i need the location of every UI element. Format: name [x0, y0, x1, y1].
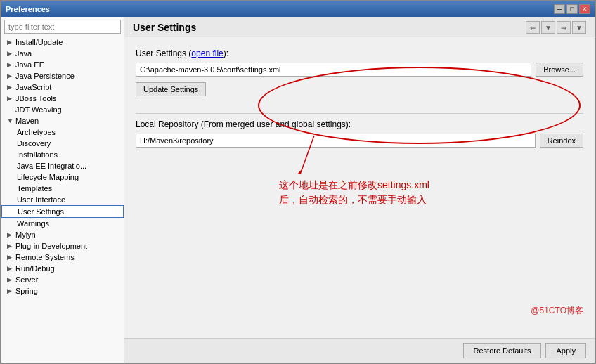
- sidebar-item-label: User Interface: [17, 195, 65, 204]
- sidebar-item-user-interface[interactable]: User Interface: [1, 194, 124, 205]
- annotation-arrow-svg: [293, 136, 328, 178]
- sidebar-item-label: Java EE Integratio...: [17, 162, 86, 170]
- svg-line-0: [300, 136, 314, 174]
- panel-header: User Settings ⇐ ▼ ⇒ ▼: [124, 17, 595, 37]
- update-settings-button[interactable]: Update Settings: [136, 82, 206, 96]
- sidebar-item-javascript[interactable]: ▶ JavaScript: [1, 82, 124, 93]
- sidebar-item-label: Mylyn: [15, 230, 36, 239]
- sidebar-item-label: JDT Weaving: [15, 105, 62, 114]
- forward-dropdown-icon: ▼: [576, 24, 583, 32]
- arrow-icon: ▶: [7, 242, 14, 249]
- window-controls: ─ □ ✕: [554, 4, 590, 14]
- annotation-container: 这个地址是在之前修改settings.xml 后，自动检索的，不需要手动输入: [279, 178, 429, 207]
- local-repo-path-row: Reindex: [136, 134, 583, 148]
- sidebar-item-user-settings[interactable]: User Settings: [1, 205, 124, 218]
- sidebar-item-label: Remote Systems: [15, 253, 74, 261]
- sidebar-item-label: JavaScript: [15, 83, 51, 91]
- sidebar-item-mylyn[interactable]: ▶ Mylyn: [1, 229, 124, 240]
- arrow-icon: ▶: [7, 287, 14, 294]
- filter-input[interactable]: [4, 20, 121, 34]
- arrow-icon: ▼: [7, 117, 14, 124]
- sidebar-item-server[interactable]: ▶ Server: [1, 274, 124, 285]
- main-panel: User Settings ⇐ ▼ ⇒ ▼: [124, 17, 595, 363]
- sidebar-item-java-persistence[interactable]: ▶ Java Persistence: [1, 70, 124, 82]
- nav-buttons: ⇐ ▼ ⇒ ▼: [526, 21, 586, 34]
- sidebar-item-plugin-development[interactable]: ▶ Plug-in Development: [1, 240, 124, 252]
- apply-button[interactable]: Apply: [545, 343, 586, 358]
- content-area: ▶ Install/Update ▶ Java ▶ Java EE ▶ Java…: [1, 17, 595, 363]
- sidebar-item-label: Java EE: [15, 60, 44, 69]
- panel-content: User Settings (open file): Browse... Upd…: [124, 37, 595, 338]
- sidebar-item-label: Maven: [15, 117, 39, 125]
- watermark: @51CTO博客: [531, 305, 583, 317]
- section-separator: [136, 113, 583, 114]
- browse-button[interactable]: Browse...: [536, 63, 583, 77]
- local-repo-label: Local Repository (From merged user and g…: [136, 119, 583, 129]
- panel-title: User Settings: [133, 22, 196, 33]
- dropdown-icon: ▼: [545, 24, 552, 32]
- sidebar-item-label: Plug-in Development: [15, 242, 87, 250]
- sidebar-item-label: Lifecycle Mapping: [17, 173, 79, 181]
- sidebar-item-install-update[interactable]: ▶ Install/Update: [1, 37, 124, 48]
- close-button[interactable]: ✕: [579, 4, 590, 14]
- sidebar-item-java-ee[interactable]: ▶ Java EE: [1, 59, 124, 70]
- arrow-icon: ▶: [7, 276, 14, 283]
- sidebar-item-warnings[interactable]: Warnings: [1, 218, 124, 229]
- user-settings-label-text: User Settings (: [136, 48, 191, 58]
- back-icon: ⇐: [530, 24, 536, 32]
- sidebar-item-java[interactable]: ▶ Java: [1, 48, 124, 59]
- nav-dropdown-button[interactable]: ▼: [541, 21, 555, 34]
- open-file-link[interactable]: open file: [191, 48, 223, 58]
- sidebar-item-label: Installations: [17, 150, 58, 159]
- nav-forward-button[interactable]: ⇒: [557, 21, 571, 34]
- sidebar-item-jdt-weaving[interactable]: JDT Weaving: [1, 104, 124, 115]
- sidebar-item-java-ee-integration[interactable]: Java EE Integratio...: [1, 160, 124, 171]
- arrow-icon: ▶: [7, 254, 14, 261]
- sidebar-item-spring[interactable]: ▶ Spring: [1, 285, 124, 297]
- reindex-button[interactable]: Reindex: [540, 134, 583, 148]
- annotation-line2: 后，自动检索的，不需要手动输入: [279, 193, 429, 207]
- sidebar-item-maven[interactable]: ▼ Maven: [1, 115, 124, 126]
- sidebar-item-label: Run/Debug: [15, 264, 55, 273]
- sidebar-item-discovery[interactable]: Discovery: [1, 138, 124, 149]
- arrow-icon: ▶: [7, 72, 14, 79]
- maximize-button[interactable]: □: [566, 4, 578, 14]
- sidebar-item-jboss-tools[interactable]: ▶ JBoss Tools: [1, 93, 124, 104]
- user-settings-section-label: User Settings (open file):: [136, 48, 583, 58]
- window-title: Preferences: [6, 5, 50, 13]
- arrow-icon: ▶: [7, 39, 14, 46]
- sidebar-item-label: Archetypes: [17, 128, 56, 136]
- local-repo-path-input[interactable]: [136, 134, 536, 148]
- preferences-window: Preferences ─ □ ✕ ▶ Install/Update ▶ Jav…: [0, 0, 596, 364]
- sidebar-item-run-debug[interactable]: ▶ Run/Debug: [1, 263, 124, 274]
- sidebar-item-installations[interactable]: Installations: [1, 149, 124, 160]
- arrow-icon: ▶: [7, 95, 14, 102]
- arrow-icon: ▶: [7, 231, 14, 238]
- restore-defaults-button[interactable]: Restore Defaults: [463, 343, 542, 358]
- sidebar-item-label: JBoss Tools: [15, 94, 57, 103]
- title-bar: Preferences ─ □ ✕: [1, 1, 595, 17]
- nav-forward-dropdown-button[interactable]: ▼: [572, 21, 586, 34]
- sidebar-item-remote-systems[interactable]: ▶ Remote Systems: [1, 252, 124, 263]
- sidebar-item-archetypes[interactable]: Archetypes: [1, 126, 124, 138]
- bottom-bar: Restore Defaults Apply: [124, 338, 595, 363]
- settings-path-input[interactable]: [136, 63, 531, 77]
- annotation-text: 这个地址是在之前修改settings.xml 后，自动检索的，不需要手动输入: [279, 178, 429, 207]
- sidebar-item-label: Java: [15, 49, 32, 58]
- arrow-icon: ▶: [7, 50, 14, 57]
- sidebar-item-templates[interactable]: Templates: [1, 183, 124, 194]
- arrow-icon: ▶: [7, 84, 14, 91]
- sidebar-item-label: Server: [15, 275, 38, 284]
- annotation-line1: 这个地址是在之前修改settings.xml: [279, 178, 429, 193]
- arrow-icon: ▶: [7, 265, 14, 272]
- sidebar-item-label: Install/Update: [15, 38, 63, 46]
- settings-path-row: Browse...: [136, 63, 583, 77]
- sidebar-item-lifecycle-mapping[interactable]: Lifecycle Mapping: [1, 171, 124, 183]
- sidebar: ▶ Install/Update ▶ Java ▶ Java EE ▶ Java…: [1, 17, 124, 363]
- sidebar-item-label: Warnings: [17, 219, 49, 228]
- arrow-icon: ▶: [7, 61, 14, 68]
- minimize-button[interactable]: ─: [554, 4, 565, 14]
- forward-icon: ⇒: [561, 24, 566, 32]
- nav-back-button[interactable]: ⇐: [526, 21, 540, 34]
- sidebar-item-label: Discovery: [17, 139, 51, 148]
